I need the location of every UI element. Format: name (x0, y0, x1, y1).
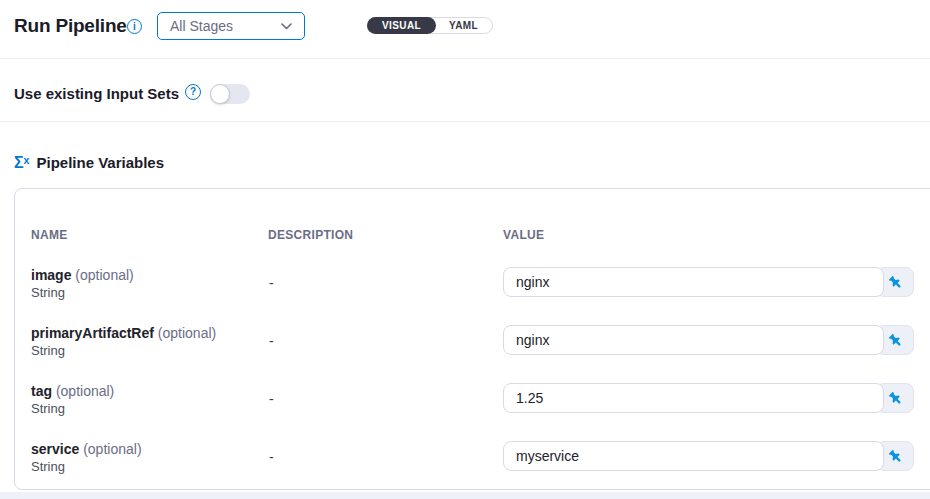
variable-description: - (269, 275, 274, 291)
column-header-description: DESCRIPTION (268, 228, 353, 242)
pin-icon (884, 387, 905, 408)
table-row: tag (optional) String - (15, 383, 930, 441)
variable-description: - (269, 391, 274, 407)
run-pipeline-dialog: Run Pipeline i All Stages VISUAL YAML Us… (0, 0, 930, 499)
variable-name: image (31, 267, 71, 283)
value-input[interactable] (503, 325, 884, 355)
page-title: Run Pipeline (14, 15, 127, 37)
footer-background-strip (0, 492, 930, 499)
variable-name: primaryArtifactRef (31, 325, 154, 341)
info-icon[interactable]: i (127, 19, 142, 34)
variable-name: tag (31, 383, 52, 399)
dialog-header: Run Pipeline i All Stages VISUAL YAML (0, 0, 930, 58)
optional-label: (optional) (158, 325, 216, 341)
pipeline-variables-card: NAME DESCRIPTION VALUE image (optional) … (14, 188, 930, 490)
pipeline-variables-heading: Σˣ Pipeline Variables (14, 154, 164, 171)
pipeline-variables-title: Pipeline Variables (36, 154, 164, 171)
stage-selector-value: All Stages (170, 18, 233, 34)
use-existing-input-sets-toggle[interactable] (210, 84, 250, 104)
variable-description: - (269, 333, 274, 349)
variable-type: String (31, 401, 65, 416)
pin-icon (884, 329, 905, 350)
toggle-knob (210, 84, 230, 104)
chevron-down-icon (281, 23, 292, 30)
variable-type: String (31, 459, 65, 474)
value-input-group (503, 325, 914, 355)
variables-icon: Σˣ (14, 155, 29, 171)
variable-type: String (31, 285, 65, 300)
variable-description: - (269, 449, 274, 465)
variable-type: String (31, 343, 65, 358)
optional-label: (optional) (83, 441, 141, 457)
value-input[interactable] (503, 267, 884, 297)
table-row: image (optional) String - (15, 267, 930, 325)
help-icon[interactable]: ? (185, 84, 201, 100)
use-existing-input-sets-label: Use existing Input Sets (14, 85, 179, 102)
variable-name: service (31, 441, 79, 457)
value-input-group (503, 267, 914, 297)
section-divider (0, 121, 930, 122)
stage-selector-dropdown[interactable]: All Stages (157, 12, 305, 40)
column-header-value: VALUE (503, 228, 544, 242)
pin-icon (884, 271, 905, 292)
value-input-group (503, 441, 914, 471)
header-divider (0, 58, 930, 59)
value-input-group (503, 383, 914, 413)
optional-label: (optional) (75, 267, 133, 283)
tab-yaml[interactable]: YAML (435, 18, 492, 33)
value-input[interactable] (503, 383, 884, 413)
pin-icon (884, 445, 905, 466)
optional-label: (optional) (56, 383, 114, 399)
column-header-name: NAME (31, 228, 68, 242)
tab-visual[interactable]: VISUAL (367, 17, 436, 34)
view-mode-toggle: VISUAL YAML (367, 17, 493, 34)
value-input[interactable] (503, 441, 884, 471)
table-row: primaryArtifactRef (optional) String - (15, 325, 930, 383)
table-row: service (optional) String - (15, 441, 930, 499)
